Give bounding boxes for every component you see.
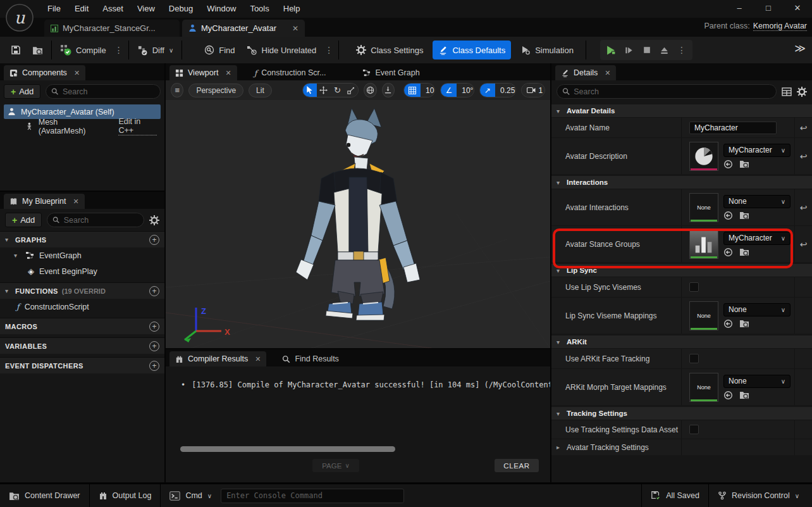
- functions-section-header[interactable]: ▾ FUNCTIONS (19 OVERRID +: [0, 282, 164, 299]
- move-tool-button[interactable]: [317, 84, 331, 97]
- components-search-input[interactable]: [63, 87, 155, 96]
- asset-thumbnail[interactable]: None: [689, 373, 718, 402]
- world-gizmo-icon[interactable]: [364, 83, 376, 97]
- construction-script-tab[interactable]: ƒ Construction Scr...: [249, 65, 332, 80]
- add-macro-icon[interactable]: +: [149, 322, 159, 332]
- gear-icon[interactable]: [149, 215, 159, 225]
- details-search[interactable]: [557, 84, 777, 99]
- eject-button[interactable]: [657, 42, 672, 58]
- save-button[interactable]: [5, 41, 27, 59]
- menu-help[interactable]: Help: [276, 0, 307, 18]
- avatar-description-dropdown[interactable]: MyCharacter ∨: [723, 144, 790, 157]
- reset-to-default-icon[interactable]: ↩: [794, 118, 812, 137]
- event-graph-item[interactable]: ▾ EventGraph: [0, 247, 164, 263]
- use-selected-asset-icon[interactable]: [723, 211, 733, 220]
- section-avatar-details[interactable]: ▾ Avatar Details: [551, 104, 812, 117]
- lip-sync-viseme-mappings-dropdown[interactable]: None ∨: [723, 303, 790, 316]
- arkit-morph-target-mappings-dropdown[interactable]: None ∨: [723, 375, 790, 388]
- menu-file[interactable]: File: [40, 0, 68, 18]
- avatar-interactions-dropdown[interactable]: None ∨: [723, 195, 790, 208]
- variables-section-header[interactable]: VARIABLES +: [0, 337, 164, 354]
- close-icon[interactable]: ✕: [73, 197, 78, 206]
- find-results-tab[interactable]: Find Results: [276, 351, 344, 366]
- event-beginplay-item[interactable]: ◈ Event BeginPlay: [0, 263, 164, 279]
- browse-to-asset-icon[interactable]: [739, 319, 749, 328]
- revision-control-button[interactable]: Revision Control ∨: [709, 484, 812, 507]
- menu-edit[interactable]: Edit: [68, 0, 95, 18]
- my-blueprint-search[interactable]: [47, 213, 144, 227]
- macros-section-header[interactable]: MACROS +: [0, 318, 164, 334]
- my-blueprint-tab[interactable]: My Blueprint ✕: [4, 194, 85, 209]
- menu-debug[interactable]: Debug: [162, 0, 200, 18]
- tab-stance-groups[interactable]: MyCharacter_StanceGr...: [44, 20, 180, 37]
- use-selected-asset-icon[interactable]: [723, 319, 733, 329]
- angle-snap-control[interactable]: ∠ 10°: [440, 83, 474, 97]
- compile-options-icon[interactable]: ⋮: [112, 45, 126, 55]
- use-selected-asset-icon[interactable]: [723, 160, 733, 169]
- maximize-icon[interactable]: □: [754, 0, 783, 18]
- gear-icon[interactable]: [797, 87, 807, 97]
- stop-button[interactable]: [639, 42, 655, 58]
- page-dropdown[interactable]: PAGE ∨: [312, 459, 359, 472]
- simulation-button[interactable]: Simulation: [515, 41, 579, 59]
- close-icon[interactable]: ✕: [255, 355, 261, 363]
- select-tool-button[interactable]: [303, 84, 317, 97]
- use-tracking-settings-data-asset-checkbox[interactable]: [689, 425, 699, 434]
- browse-to-asset-icon[interactable]: [739, 247, 749, 256]
- lit-mode-button[interactable]: Lit: [249, 84, 272, 97]
- asset-thumbnail[interactable]: [689, 142, 718, 171]
- compiler-results-tab[interactable]: Compiler Results ✕: [169, 351, 266, 366]
- console-command-input[interactable]: [221, 489, 404, 503]
- menu-window[interactable]: Window: [200, 0, 243, 18]
- avatar-name-input[interactable]: [689, 122, 777, 134]
- toolbar-overflow-icon[interactable]: ≫: [794, 42, 806, 55]
- use-lip-sync-visemes-checkbox[interactable]: [689, 282, 699, 292]
- details-search-input[interactable]: [574, 87, 771, 96]
- close-icon[interactable]: ✕: [292, 24, 298, 33]
- parent-class-link[interactable]: Kemorig Avatar: [753, 22, 807, 31]
- graphs-section-header[interactable]: ▾ GRAPHS +: [0, 231, 164, 247]
- scale-tool-button[interactable]: [344, 84, 358, 97]
- my-blueprint-search-input[interactable]: [64, 216, 138, 225]
- browse-to-asset-icon[interactable]: [739, 160, 749, 168]
- compile-button[interactable]: Compile: [54, 41, 112, 59]
- display-filter-icon[interactable]: [782, 87, 792, 96]
- add-variable-icon[interactable]: +: [149, 341, 159, 351]
- add-graph-icon[interactable]: +: [149, 235, 159, 245]
- components-tab[interactable]: Components ✕: [4, 65, 85, 80]
- section-tracking-settings[interactable]: ▾ Tracking Settings: [551, 407, 812, 420]
- browse-to-asset-icon[interactable]: [739, 391, 749, 399]
- reset-to-default-icon[interactable]: ↩: [794, 138, 812, 174]
- asset-thumbnail[interactable]: [689, 230, 718, 259]
- camera-speed-control[interactable]: 1: [521, 83, 545, 97]
- menu-tools[interactable]: Tools: [243, 0, 276, 18]
- browse-to-asset-button[interactable]: [27, 41, 49, 59]
- viewport-menu-icon[interactable]: ≡: [171, 83, 183, 97]
- event-graph-tab[interactable]: Event Graph: [357, 65, 425, 80]
- frame-skip-button[interactable]: [622, 42, 637, 58]
- clear-button[interactable]: CLEAR: [495, 459, 539, 472]
- components-search[interactable]: [46, 84, 161, 99]
- grid-snap-control[interactable]: 10: [403, 83, 435, 97]
- viewport-tab[interactable]: Viewport ✕: [169, 65, 237, 80]
- close-icon[interactable]: ✕: [225, 69, 231, 77]
- close-icon[interactable]: ✕: [74, 69, 80, 77]
- find-button[interactable]: Find: [199, 41, 240, 59]
- add-event-dispatcher-icon[interactable]: +: [149, 361, 159, 371]
- menu-view[interactable]: View: [130, 0, 162, 18]
- section-lip-sync[interactable]: ▾ Lip Sync: [551, 264, 812, 277]
- edit-in-cpp-link[interactable]: Edit in C++: [118, 117, 157, 135]
- use-selected-asset-icon[interactable]: [723, 391, 733, 400]
- row-avatar-tracking-settings[interactable]: ▸ Avatar Tracking Settings ↩: [551, 439, 812, 455]
- add-function-icon[interactable]: +: [149, 286, 159, 296]
- compiler-log-line[interactable]: • [1376.85] Compile of MyCharacter_Avata…: [166, 366, 550, 389]
- avatar-stance-groups-dropdown[interactable]: MyCharacter ∨: [723, 232, 790, 245]
- section-interactions[interactable]: ▾ Interactions: [551, 176, 812, 189]
- event-dispatchers-section-header[interactable]: EVENT DISPATCHERS +: [0, 357, 164, 373]
- content-drawer-button[interactable]: Content Drawer: [0, 484, 89, 507]
- details-tab[interactable]: Details ✕: [555, 65, 616, 80]
- construction-script-item[interactable]: ƒ ConstructionScript: [0, 299, 164, 315]
- cmd-dropdown[interactable]: Cmd ∨: [161, 484, 221, 507]
- viewport-3d-view[interactable]: Z X: [166, 100, 550, 348]
- add-component-button[interactable]: + Add: [4, 84, 40, 99]
